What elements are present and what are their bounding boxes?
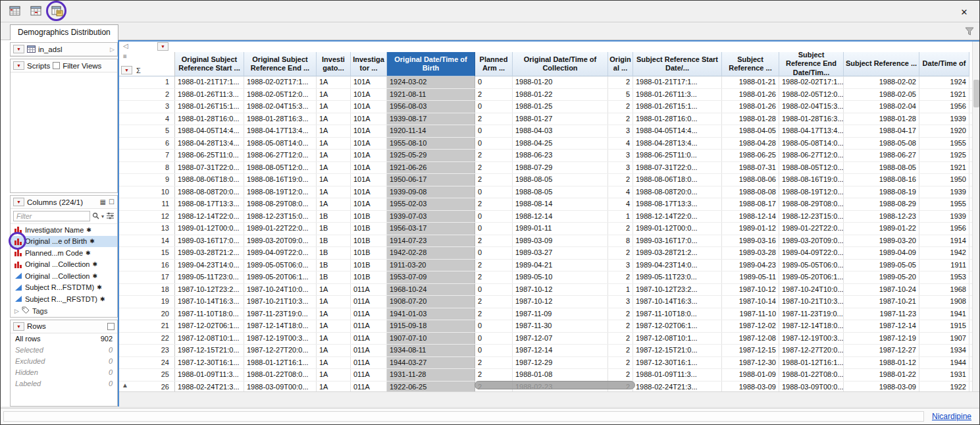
- table-cell[interactable]: 011A: [351, 357, 387, 369]
- script-table-icon[interactable]: [49, 3, 65, 19]
- table-cell[interactable]: 2: [475, 369, 513, 381]
- table-cell[interactable]: 2: [475, 150, 513, 161]
- table-cell[interactable]: 1988-08-06T18:0...: [175, 174, 244, 186]
- table-cell[interactable]: 1989-05-11: [722, 271, 779, 283]
- table-cell[interactable]: 1988-08-17T13:3...: [175, 198, 244, 210]
- table-row[interactable]: 101988-08-08T20:0...1988-08-19T12:0...1A…: [119, 186, 979, 199]
- table-row[interactable]: 151989-03-28T21:2...1989-04-09T22:0...1B…: [119, 247, 979, 260]
- table-cell[interactable]: 1956: [919, 101, 969, 113]
- table-cell[interactable]: 1988-08-05T12:0...: [779, 162, 844, 174]
- table-cell[interactable]: 1939: [919, 211, 969, 223]
- table-cell[interactable]: 1989-05-05: [844, 260, 919, 271]
- table-cell[interactable]: 101A: [351, 138, 387, 150]
- table-cell[interactable]: 1988-02-04T15:3...: [244, 101, 317, 113]
- table-cell[interactable]: 1987-10-12: [513, 296, 608, 308]
- column-header[interactable]: Planned Arm ...: [475, 52, 513, 76]
- table-cell[interactable]: 1989-03-16T17:0...: [175, 235, 244, 247]
- table-cell[interactable]: 1988-08-29T08:0...: [244, 198, 317, 210]
- column-header[interactable]: Subject Reference Start Date/...: [633, 52, 722, 76]
- table-cell[interactable]: 1988-08-16T19:0...: [244, 174, 317, 186]
- table-cell[interactable]: 1988-02-04T15:3...: [779, 101, 844, 113]
- table-cell[interactable]: 1988-02-05: [844, 89, 919, 101]
- table-cell[interactable]: 1987-10-24: [844, 284, 919, 296]
- table-cell[interactable]: 1989-03-20T09:0...: [779, 235, 844, 247]
- table-cell[interactable]: 1988-01-28T16:0...: [633, 113, 722, 125]
- table-cell[interactable]: 1988-12-14T22:0...: [175, 211, 244, 223]
- table-cell[interactable]: 1989-01-22T22:0...: [779, 223, 844, 235]
- table-cell[interactable]: 1914: [919, 235, 969, 247]
- table-cell[interactable]: 1987-10-21: [844, 296, 919, 308]
- data-table-icon[interactable]: [7, 3, 23, 19]
- table-cell[interactable]: 1988-05-08T14:0...: [244, 138, 317, 150]
- table-cell[interactable]: 1914-07-23: [387, 235, 475, 247]
- table-cell[interactable]: 1987-11-09: [513, 308, 608, 320]
- table-cell[interactable]: 1988-01-12T16:1...: [779, 357, 844, 369]
- table-cell[interactable]: 1988-12-14T22:0...: [633, 211, 722, 223]
- rows-menu-red-triangle[interactable]: ▼: [13, 322, 24, 331]
- table-row[interactable]: 131989-01-12T00:0...1989-01-22T22:0...1B…: [119, 223, 979, 235]
- table-cell[interactable]: 0: [475, 186, 513, 198]
- table-cell[interactable]: 1988-12-23T15:0...: [244, 211, 317, 223]
- table-cell[interactable]: 1989-01-22T22:0...: [244, 223, 317, 235]
- table-cell[interactable]: 2: [475, 308, 513, 320]
- column-header[interactable]: Original Date/Time of Collection: [513, 52, 608, 76]
- expand-right-icon[interactable]: ▷: [14, 308, 19, 314]
- table-cell[interactable]: 011A: [351, 382, 387, 392]
- table-cell[interactable]: 1987-10-24T10:0...: [244, 284, 317, 296]
- table-cell[interactable]: 1955-08-10: [387, 138, 475, 150]
- table-cell[interactable]: 1988-08-19: [844, 186, 919, 198]
- table-cell[interactable]: 1989-03-20T09:0...: [244, 235, 317, 247]
- table-cell[interactable]: 2: [608, 76, 633, 88]
- table-cell[interactable]: 1989-01-12T00:0...: [175, 223, 244, 235]
- table-cell[interactable]: 1989-05-05T06:0...: [779, 260, 844, 271]
- table-cell[interactable]: 2: [475, 271, 513, 283]
- table-cell[interactable]: 1988-03-09T00:0...: [244, 382, 317, 392]
- table-cell[interactable]: 1A: [317, 174, 351, 186]
- table-cell[interactable]: 1988-01-28T16:3...: [244, 113, 317, 125]
- table-row[interactable]: 91988-08-06T18:0...1988-08-16T19:0...1A1…: [119, 174, 979, 186]
- table-cell[interactable]: 2: [608, 308, 633, 320]
- table-cell[interactable]: 1988-04-03: [513, 125, 608, 137]
- table-cell[interactable]: 4: [608, 186, 633, 198]
- table-cell[interactable]: 011A: [351, 369, 387, 381]
- table-cell[interactable]: 1989-03-28: [722, 247, 779, 259]
- filter-icon[interactable]: [965, 26, 974, 38]
- table-cell[interactable]: 1939: [919, 113, 969, 125]
- table-row[interactable]: 11988-01-21T17:1...1988-02-02T17:1...1A1…: [119, 76, 979, 89]
- table-cell[interactable]: 1B: [317, 260, 351, 271]
- table-cell[interactable]: 1987-12-02: [722, 320, 779, 332]
- table-cell[interactable]: 1988-01-27: [513, 113, 608, 125]
- table-cell[interactable]: 1988-03-09: [844, 382, 919, 392]
- close-button[interactable]: ✕: [957, 5, 971, 19]
- column-list-item[interactable]: Investigator Name✱: [11, 224, 117, 236]
- table-cell[interactable]: 1944-03-27: [387, 357, 475, 369]
- table-cell[interactable]: 1: [608, 284, 633, 296]
- grid-columns-red-triangle[interactable]: ▼: [157, 42, 168, 51]
- table-cell[interactable]: 1955: [919, 198, 969, 210]
- table-cell[interactable]: 2: [475, 89, 513, 101]
- table-cell[interactable]: 1988-02-05T12:0...: [779, 89, 844, 101]
- table-cell[interactable]: 1921: [919, 89, 969, 101]
- table-cell[interactable]: 1988-04-28T13:4...: [175, 138, 244, 150]
- column-manager-icon[interactable]: ▦: [100, 198, 106, 206]
- table-cell[interactable]: 1931: [919, 369, 969, 381]
- table-cell[interactable]: 1987-10-14T16:3...: [175, 296, 244, 308]
- table-cell[interactable]: 1A: [317, 186, 351, 198]
- table-cell[interactable]: 1989-05-11T23:0...: [175, 271, 244, 283]
- table-cell[interactable]: 1989-03-09: [513, 235, 608, 247]
- table-cell[interactable]: 1987-12-14T18:0...: [779, 320, 844, 332]
- table-cell[interactable]: 1988-03-09T00:0...: [779, 382, 844, 392]
- table-cell[interactable]: 1988-08-05: [513, 186, 608, 198]
- table-cell[interactable]: 1987-12-15T21:0...: [633, 345, 722, 356]
- table-cell[interactable]: 0: [475, 333, 513, 345]
- table-cell[interactable]: 1988-01-22: [844, 369, 919, 381]
- column-list-item[interactable]: Subject R...FSTDTM)✱: [11, 282, 117, 294]
- table-cell[interactable]: 1939-07-03: [387, 211, 475, 223]
- columns-menu-red-triangle[interactable]: ▼: [13, 198, 24, 206]
- table-cell[interactable]: 0: [475, 223, 513, 235]
- table-row[interactable]: 191987-10-14T16:3...1987-10-21T10:3...1A…: [119, 296, 979, 308]
- table-cell[interactable]: 1911: [919, 260, 969, 271]
- rows-checkbox[interactable]: [107, 323, 115, 330]
- table-cell[interactable]: 1989-03-16T17:0...: [633, 235, 722, 247]
- table-cell[interactable]: 1988-08-16T19:0...: [779, 174, 844, 186]
